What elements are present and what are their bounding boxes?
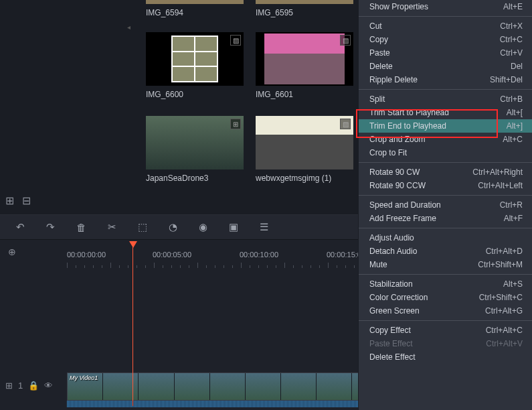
menu-item[interactable]: MuteCtrl+Shift+M <box>359 258 532 271</box>
menu-label: Copy <box>369 35 388 44</box>
thumb-label: IMG_6601 <box>256 90 353 99</box>
menu-shortcut: Ctrl+Shift+C <box>479 293 523 302</box>
menu-label: Crop to Fit <box>369 148 407 157</box>
media-thumb[interactable]: IMG_6594 <box>146 0 244 17</box>
color-icon[interactable]: ◉ <box>199 221 207 233</box>
menu-shortcut: Del <box>511 62 523 71</box>
menu-item[interactable]: StabilizationAlt+S <box>359 277 532 291</box>
menu-shortcut: Ctrl+Alt+Right <box>472 167 523 177</box>
lock-icon[interactable]: 🔒 <box>28 381 39 391</box>
menu-label: Split <box>369 94 385 104</box>
media-thumb[interactable]: ▨ webwxgetmsgimg (1) <box>256 116 353 183</box>
menu-shortcut: Ctrl+V <box>500 48 523 58</box>
menu-label: Delete Effect <box>369 352 415 362</box>
thumb-label: IMG_6595 <box>256 8 353 17</box>
menu-item[interactable]: Rotate 90 CWCtrl+Alt+Right <box>359 165 532 179</box>
settings-icon[interactable]: ☰ <box>260 221 268 233</box>
thumb-label: IMG_6600 <box>146 90 244 99</box>
menu-item[interactable]: Delete Effect <box>359 350 532 364</box>
menu-label: Stabilization <box>369 279 413 289</box>
menu-item[interactable]: Green ScreenCtrl+Alt+G <box>359 304 532 318</box>
menu-shortcut: Ctrl+R <box>500 200 523 210</box>
split-icon[interactable]: ✂ <box>108 221 116 233</box>
menu-label: Trim End to Playhead <box>369 121 446 131</box>
menu-item[interactable]: CopyCtrl+C <box>359 33 532 46</box>
menu-label: Color Correction <box>369 293 428 302</box>
menu-item[interactable]: Trim End to PlayheadAlt+] <box>359 119 532 133</box>
track-type-icon[interactable]: ⊞ <box>5 381 13 391</box>
image-type-icon: ▨ <box>340 35 351 46</box>
menu-separator <box>359 16 532 17</box>
menu-item[interactable]: Color CorrectionCtrl+Shift+C <box>359 291 532 304</box>
undo-icon[interactable]: ↶ <box>16 221 25 233</box>
menu-item[interactable]: Detach AudioCtrl+Alt+D <box>359 245 532 258</box>
menu-label: Copy Effect <box>369 326 411 335</box>
menu-shortcut: Alt+E <box>503 2 523 11</box>
menu-item[interactable]: Crop to Fit <box>359 146 532 159</box>
menu-item[interactable]: DeleteDel <box>359 60 532 73</box>
menu-separator <box>359 320 532 321</box>
menu-item[interactable]: Rotate 90 CCWCtrl+Alt+Left <box>359 179 532 192</box>
menu-label: Delete <box>369 62 393 71</box>
image-type-icon: ▨ <box>340 119 351 129</box>
crop-icon[interactable]: ⬚ <box>138 221 147 233</box>
delete-folder-icon[interactable]: ⊟ <box>22 194 31 207</box>
menu-shortcut: Alt+C <box>503 135 523 144</box>
ruler-time: 00:00:05:00 <box>153 251 191 259</box>
ruler-time: 00:00:15:0 <box>327 251 361 259</box>
menu-shortcut: Ctrl+Alt+D <box>486 247 523 256</box>
menu-shortcut: Ctrl+B <box>500 94 523 104</box>
media-thumb[interactable]: ▨ IMG_6600 <box>146 32 244 99</box>
menu-item[interactable]: PasteCtrl+V <box>359 46 532 60</box>
menu-item[interactable]: Crop and ZoomAlt+C <box>359 133 532 146</box>
menu-item[interactable]: Show PropertiesAlt+E <box>359 0 532 13</box>
menu-shortcut: Alt+F <box>504 214 523 223</box>
screenshot-icon[interactable]: ▣ <box>229 221 238 233</box>
media-thumb[interactable]: ⊞ JapanSeaDrone3 <box>146 116 244 183</box>
menu-shortcut: Ctrl+Shift+M <box>478 260 523 269</box>
menu-label: Mute <box>369 260 387 269</box>
menu-label: Add Freeze Frame <box>369 214 436 223</box>
thumb-label: IMG_6594 <box>146 8 244 17</box>
ruler-time: 00:00:00:00 <box>67 251 106 259</box>
add-track-icon[interactable]: ⊕ <box>8 247 16 257</box>
new-folder-icon[interactable]: ⊞ <box>5 194 14 207</box>
menu-label: Rotate 90 CW <box>369 167 420 177</box>
speed-icon[interactable]: ◔ <box>169 221 177 233</box>
menu-separator <box>359 274 532 275</box>
menu-item[interactable]: SplitCtrl+B <box>359 92 532 106</box>
delete-icon[interactable]: 🗑 <box>76 222 86 233</box>
playhead[interactable] <box>132 245 133 406</box>
menu-label: Trim Start to Playhead <box>369 108 449 117</box>
media-thumb[interactable]: IMG_6595 <box>256 0 353 17</box>
menu-item[interactable]: Copy EffectCtrl+Alt+C <box>359 324 532 337</box>
menu-label: Speed and Duration <box>369 200 441 210</box>
menu-label: Ripple Delete <box>369 75 418 84</box>
panel-divider-handle[interactable]: ◂ <box>127 23 131 33</box>
context-menu: Show PropertiesAlt+ECutCtrl+XCopyCtrl+CP… <box>358 0 532 410</box>
menu-item[interactable]: Add Freeze FrameAlt+F <box>359 212 532 225</box>
menu-label: Detach Audio <box>369 247 417 256</box>
menu-item[interactable]: Trim Start to PlayheadAlt+[ <box>359 106 532 119</box>
menu-label: Green Screen <box>369 306 420 316</box>
menu-label: Show Properties <box>369 2 428 11</box>
clip-label: My Video1 <box>70 374 98 381</box>
menu-separator <box>359 162 532 163</box>
redo-icon[interactable]: ↷ <box>46 221 55 233</box>
menu-item[interactable]: Ripple DeleteShift+Del <box>359 73 532 86</box>
visibility-icon[interactable]: 👁 <box>44 381 53 391</box>
menu-label: Paste Effect <box>369 339 412 348</box>
menu-label: Cut <box>369 21 382 31</box>
menu-shortcut: Ctrl+Alt+Left <box>478 181 523 190</box>
ruler-time: 00:00:10:00 <box>240 251 278 259</box>
menu-item[interactable]: Adjust Audio <box>359 231 532 245</box>
menu-label: Rotate 90 CCW <box>369 181 426 190</box>
media-thumb[interactable]: ▨ IMG_6601 <box>256 32 353 99</box>
menu-item[interactable]: Speed and DurationCtrl+R <box>359 198 532 212</box>
track-number: 1 <box>18 381 23 391</box>
menu-item[interactable]: CutCtrl+X <box>359 19 532 33</box>
menu-separator <box>359 195 532 196</box>
menu-shortcut: Alt+] <box>507 121 523 131</box>
menu-label: Paste <box>369 48 390 58</box>
image-type-icon: ▨ <box>230 35 241 46</box>
